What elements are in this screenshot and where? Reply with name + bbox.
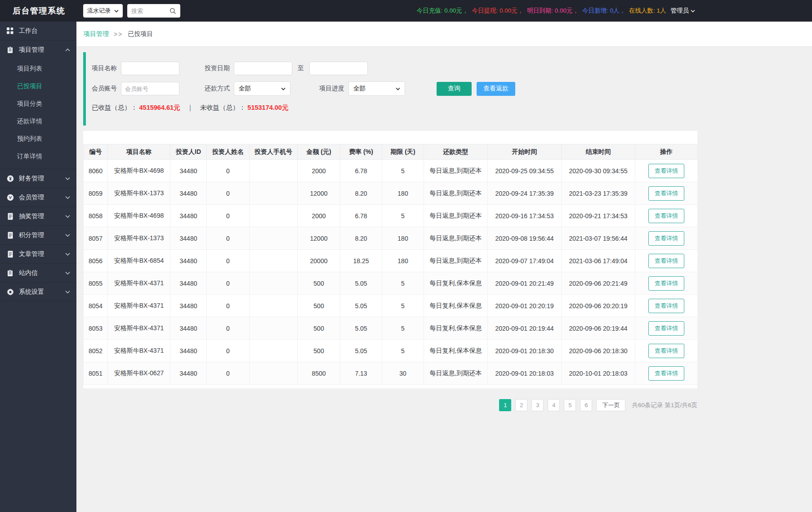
table-cell: 每日复利,保本保息 bbox=[424, 317, 488, 340]
member-account-label: 会员账号 bbox=[92, 85, 117, 93]
page-button-3[interactable]: 3 bbox=[531, 399, 544, 411]
table-cell: 每日返息,到期还本 bbox=[424, 362, 488, 385]
view-detail-button[interactable]: 查看详情 bbox=[648, 186, 684, 201]
record-type-select-value: 流水记录 bbox=[87, 7, 111, 15]
table-cell: 8058 bbox=[84, 205, 108, 227]
table-cell: 8.20 bbox=[340, 227, 382, 250]
sidebar-item-lottery[interactable]: 抽奖管理 bbox=[0, 207, 76, 225]
table-cell: 6.78 bbox=[340, 205, 382, 227]
table-cell: 5 bbox=[382, 205, 424, 227]
yen-circle-icon: ¥ bbox=[6, 175, 14, 182]
table-cell bbox=[250, 362, 298, 385]
table-cell: 8059 bbox=[84, 182, 108, 205]
progress-select[interactable]: 全部 bbox=[348, 81, 405, 96]
table-cell: 0 bbox=[207, 205, 250, 227]
table-cell bbox=[250, 227, 298, 250]
search-icon[interactable] bbox=[170, 8, 176, 14]
table-cell: 180 bbox=[382, 250, 424, 272]
table-cell bbox=[250, 160, 298, 182]
table-cell: 8.20 bbox=[340, 182, 382, 205]
page-button-4[interactable]: 4 bbox=[548, 399, 560, 411]
table-cell: 安格斯牛BX-4371 bbox=[108, 340, 170, 362]
summary-row: 已收益（总）： 4515964.61元 ｜ 未收益（总）： 5153174.00… bbox=[92, 103, 697, 112]
unearned-total-value: 5153174.00元 bbox=[247, 103, 288, 112]
table-cell: 每日返息,到期还本 bbox=[424, 182, 488, 205]
table-cell: 每日返息,到期还本 bbox=[424, 160, 488, 182]
column-header: 结束时间 bbox=[562, 144, 635, 160]
table-cell: 5.05 bbox=[340, 317, 382, 340]
table-cell: 0 bbox=[207, 340, 250, 362]
sidebar-subitem[interactable]: 还款详情 bbox=[0, 112, 76, 130]
project-name-input[interactable] bbox=[121, 62, 179, 75]
table-cell: 2021-03-07 19:56:44 bbox=[562, 227, 635, 250]
invest-date-end-input[interactable] bbox=[309, 62, 368, 75]
table-cell: 5 bbox=[382, 160, 424, 182]
sidebar-subitem[interactable]: 已投项目 bbox=[0, 77, 76, 95]
sidebar-item-label: 文章管理 bbox=[19, 250, 44, 258]
sidebar-subitem[interactable]: 项目列表 bbox=[0, 60, 76, 77]
view-refund-button[interactable]: 查看返款 bbox=[477, 82, 515, 96]
table-cell: 2020-09-06 20:20:19 bbox=[562, 295, 635, 317]
page-button-2[interactable]: 2 bbox=[515, 399, 527, 411]
table-cell: 2020-09-08 19:56:44 bbox=[488, 227, 562, 250]
view-detail-button[interactable]: 查看详情 bbox=[648, 231, 684, 246]
table-cell: 0 bbox=[207, 272, 250, 295]
table-cell: 8056 bbox=[84, 250, 108, 272]
table-cell: 2020-09-30 09:34:55 bbox=[562, 160, 635, 182]
document-icon bbox=[6, 212, 14, 220]
column-header: 金额 (元) bbox=[298, 144, 340, 160]
next-page-button[interactable]: 下一页 bbox=[596, 399, 625, 411]
page-button-1[interactable]: 1 bbox=[499, 399, 511, 411]
view-detail-button[interactable]: 查看详情 bbox=[648, 164, 684, 178]
sidebar-item-workbench[interactable]: 工作台 bbox=[0, 22, 76, 40]
invested-projects-table-card: 编号项目名称投资人ID投资人姓名投资人手机号金额 (元)费率 (%)期限 (天)… bbox=[83, 131, 697, 388]
page-button-5[interactable]: 5 bbox=[564, 399, 576, 411]
table-cell-actions: 查看详情 bbox=[635, 272, 698, 295]
repay-method-select[interactable]: 全部 bbox=[234, 81, 290, 96]
view-detail-button[interactable]: 查看详情 bbox=[648, 321, 684, 336]
table-row: 8060安格斯牛BX-469834480020006.785每日返息,到期还本2… bbox=[84, 160, 698, 182]
sidebar-item-points[interactable]: 积分管理 bbox=[0, 226, 76, 244]
sidebar-item-article[interactable]: 文章管理 bbox=[0, 245, 76, 263]
filter-panel: 项目名称 投资日期 至 会员账号 还款方式 全部 bbox=[83, 52, 697, 126]
table-cell: 每日复利,保本保息 bbox=[424, 295, 488, 317]
breadcrumb-separator: >> bbox=[114, 31, 123, 38]
view-detail-button[interactable]: 查看详情 bbox=[648, 344, 684, 358]
query-button[interactable]: 查询 bbox=[437, 82, 472, 96]
pagination-info: 共60条记录 第1页/共6页 bbox=[632, 401, 697, 409]
table-cell: 34480 bbox=[170, 272, 207, 295]
chevron-down-icon bbox=[65, 252, 70, 256]
breadcrumb-section-link[interactable]: 项目管理 bbox=[84, 30, 109, 38]
table-cell: 6.78 bbox=[340, 160, 382, 182]
table-cell: 5 bbox=[382, 272, 424, 295]
sidebar-item-label: 系统设置 bbox=[19, 288, 44, 296]
sidebar-item-project[interactable]: 项目管理 bbox=[0, 40, 76, 59]
sidebar-item-settings[interactable]: 系统设置 bbox=[0, 283, 76, 301]
sidebar-item-mail[interactable]: 站内信 bbox=[0, 264, 76, 282]
view-detail-button[interactable]: 查看详情 bbox=[648, 299, 684, 313]
table-cell: 2000 bbox=[298, 205, 340, 227]
table-cell: 每日复利,保本保息 bbox=[424, 340, 488, 362]
sidebar-subitem[interactable]: 订单详情 bbox=[0, 148, 76, 165]
sidebar-item-member[interactable]: V会员管理 bbox=[0, 188, 76, 207]
search-input[interactable] bbox=[131, 8, 165, 14]
sidebar-subitem[interactable]: 项目分类 bbox=[0, 95, 76, 112]
view-detail-button[interactable]: 查看详情 bbox=[648, 366, 684, 381]
table-cell: 2020-09-07 17:49:04 bbox=[488, 250, 562, 272]
table-cell: 每日返息,到期还本 bbox=[424, 250, 488, 272]
member-account-input[interactable] bbox=[121, 82, 179, 95]
table-cell: 34480 bbox=[170, 362, 207, 385]
clipboard-icon bbox=[6, 269, 14, 277]
view-detail-button[interactable]: 查看详情 bbox=[648, 209, 684, 223]
admin-menu[interactable]: 管理员 bbox=[671, 7, 696, 15]
invest-date-start-input[interactable] bbox=[234, 62, 292, 75]
sidebar-item-finance[interactable]: ¥财务管理 bbox=[0, 169, 76, 188]
record-type-select[interactable]: 流水记录 bbox=[83, 4, 123, 18]
view-detail-button[interactable]: 查看详情 bbox=[648, 254, 684, 268]
page-button-6[interactable]: 6 bbox=[580, 399, 592, 411]
table-cell: 8052 bbox=[84, 340, 108, 362]
view-detail-button[interactable]: 查看详情 bbox=[648, 276, 684, 291]
column-header: 投资人姓名 bbox=[207, 144, 250, 160]
table-cell: 180 bbox=[382, 227, 424, 250]
sidebar-subitem[interactable]: 预约列表 bbox=[0, 130, 76, 148]
